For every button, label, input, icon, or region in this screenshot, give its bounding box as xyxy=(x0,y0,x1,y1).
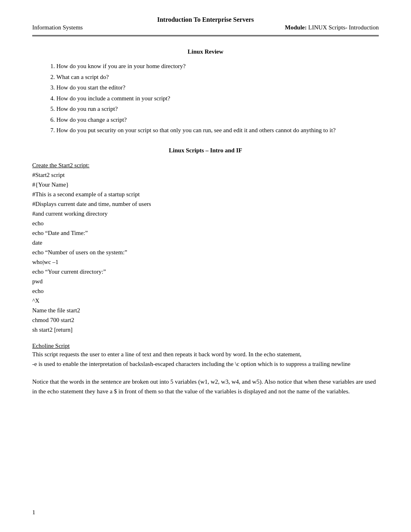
header-department: Information Systems xyxy=(32,24,83,31)
list-item: How do you change a script? xyxy=(56,115,379,125)
page: Introduction To Enterprise Servers Infor… xyxy=(0,0,411,532)
linux-review-section: Linux Review How do you know if you are … xyxy=(32,48,379,135)
code-line-5: echo xyxy=(32,220,44,227)
create-label: Create the Start2 script: xyxy=(32,162,89,168)
list-item: How do you run a script? xyxy=(56,104,379,114)
notice-paragraph: Notice that the words in the sentence ar… xyxy=(32,377,379,396)
list-item: How do you know if you are in your home … xyxy=(56,62,379,71)
code-line-15: chmod 700 start2 xyxy=(32,317,74,323)
review-list: How do you know if you are in your home … xyxy=(56,62,379,135)
code-line-7: date xyxy=(32,239,42,246)
echoline-label: Echoline Script xyxy=(32,343,70,349)
list-item: What can a script do? xyxy=(56,73,379,82)
header-subtitle-row: Information Systems Module: LINUX Script… xyxy=(32,24,379,31)
list-item: How do you start the editor? xyxy=(56,83,379,92)
page-header: Introduction To Enterprise Servers Infor… xyxy=(32,16,379,31)
header-module: Module: LINUX Scripts- Introduction xyxy=(285,24,379,31)
code-line-1: #{Your Name} xyxy=(32,181,69,188)
code-line-9: who|wc –1 xyxy=(32,259,58,265)
echoline-para1: This script requests the user to enter a… xyxy=(32,349,379,359)
code-line-0: #Start2 script xyxy=(32,172,64,178)
code-line-8: echo “Number of users on the system:” xyxy=(32,249,127,256)
page-title: Introduction To Enterprise Servers xyxy=(32,16,379,23)
linux-scripts-title: Linux Scripts – Intro and IF xyxy=(32,147,379,154)
page-number: 1 xyxy=(32,509,35,516)
echoline-section: Echoline Script This script requests the… xyxy=(32,343,379,369)
list-item: How do you put security on your script s… xyxy=(56,126,379,135)
code-line-2: #This is a second example of a startup s… xyxy=(32,191,140,197)
code-line-12: echo xyxy=(32,288,44,294)
code-line-4: #and current working directory xyxy=(32,210,108,217)
module-value: LINUX Scripts- Introduction xyxy=(308,24,379,31)
code-line-11: pwd xyxy=(32,278,43,285)
code-line-13: ^X xyxy=(32,297,39,304)
list-item: How do you include a comment in your scr… xyxy=(56,94,379,103)
code-line-10: echo “Your current directory:” xyxy=(32,268,106,275)
linux-review-title: Linux Review xyxy=(32,48,379,55)
code-line-6: echo “Date and Time:” xyxy=(32,230,88,236)
start2-script-block: Create the Start2 script: #Start2 script… xyxy=(32,160,379,335)
module-label: Module: xyxy=(285,24,307,31)
code-line-14: Name the file start2 xyxy=(32,307,80,314)
header-divider xyxy=(32,35,379,36)
code-line-3: #Displays current date and time, number … xyxy=(32,201,151,207)
echoline-para2: -e is used to enable the interpretation … xyxy=(32,359,379,369)
code-line-16: sh start2 [return] xyxy=(32,326,73,333)
linux-scripts-section: Linux Scripts – Intro and IF Create the … xyxy=(32,147,379,396)
